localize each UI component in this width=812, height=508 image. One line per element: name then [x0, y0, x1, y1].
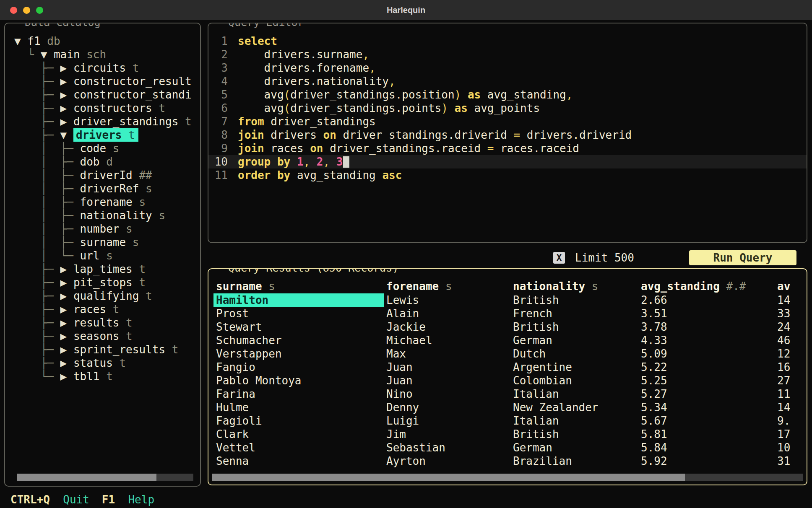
table-cell[interactable]: Verstappen — [213, 347, 384, 360]
table-cell[interactable]: 14 — [775, 401, 807, 414]
code-line-8[interactable]: 8join drivers on driver_standings.driver… — [208, 128, 807, 142]
table-cell[interactable]: 5.67 — [638, 414, 775, 428]
scrollbar-handle[interactable] — [212, 474, 685, 481]
table-cell[interactable]: 3.51 — [638, 307, 775, 320]
tree-item-tbl1[interactable]: └─ ▶ tbl1 t — [14, 370, 200, 383]
column-header-surname[interactable]: surname s — [213, 279, 384, 293]
table-row[interactable]: ProstAlainFrench3.5133 — [208, 307, 807, 320]
column-header-avg_standing[interactable]: avg_standing #.# — [638, 279, 775, 293]
tree-item-status[interactable]: ├─ ▶ status t — [14, 356, 200, 370]
table-cell[interactable]: 5.27 — [638, 387, 775, 401]
table-cell[interactable]: 16 — [775, 360, 807, 374]
run-query-button[interactable]: Run Query — [689, 250, 796, 265]
table-cell[interactable]: Michael — [384, 334, 510, 347]
table-cell[interactable]: 5.81 — [638, 428, 775, 441]
table-cell[interactable]: Italian — [510, 414, 638, 428]
tree-item-url[interactable]: │ └─ url s — [14, 249, 200, 262]
tree-item-pit_stops[interactable]: ├─ ▶ pit_stops t — [14, 276, 200, 289]
code-line-5[interactable]: 5 avg(driver_standings.position) as avg_… — [208, 88, 807, 101]
limit-checkbox[interactable]: X — [553, 252, 565, 264]
tree-item-nationality[interactable]: │ ├─ nationality s — [14, 209, 200, 222]
tree-item-constructor_result[interactable]: ├─ ▶ constructor_result — [14, 75, 200, 88]
tree-item-surname[interactable]: │ ├─ surname s — [14, 236, 200, 249]
code-line-2[interactable]: 2 drivers.surname, — [208, 48, 807, 61]
table-cell[interactable]: Brazilian — [510, 454, 638, 468]
results-horizontal-scrollbar[interactable] — [212, 474, 803, 481]
table-row[interactable]: HamiltonLewisBritish2.6614 — [208, 293, 807, 307]
table-row[interactable]: FarinaNinoItalian5.2711 — [208, 387, 807, 401]
table-cell[interactable]: Lewis — [384, 293, 510, 307]
table-cell[interactable]: 10 — [775, 441, 807, 454]
tree-item-code[interactable]: │ ├─ code s — [14, 142, 200, 155]
table-cell[interactable]: German — [510, 441, 638, 454]
table-cell[interactable]: Clark — [213, 428, 384, 441]
tree-item-driver_standings[interactable]: ├─ ▶ driver_standings t — [14, 115, 200, 128]
table-cell[interactable]: Stewart — [213, 320, 384, 334]
code-line-1[interactable]: 1select — [208, 34, 807, 48]
tree-item-races[interactable]: ├─ ▶ races t — [14, 303, 200, 316]
code-line-7[interactable]: 7from driver_standings — [208, 115, 807, 128]
code-area[interactable]: 1select2 drivers.surname,3 drivers.foren… — [208, 23, 807, 182]
tree-item-forename[interactable]: │ ├─ forename s — [14, 195, 200, 209]
column-header-forename[interactable]: forename s — [384, 279, 510, 293]
table-cell[interactable]: 24 — [775, 320, 807, 334]
table-cell[interactable]: British — [510, 293, 638, 307]
table-cell[interactable]: Vettel — [213, 441, 384, 454]
table-row[interactable]: SennaAyrtonBrazilian5.9231 — [208, 454, 807, 468]
table-cell[interactable]: Colombian — [510, 374, 638, 387]
table-cell[interactable]: New Zealander — [510, 401, 638, 414]
table-cell[interactable]: Fagioli — [213, 414, 384, 428]
tree-item-driverRef[interactable]: │ ├─ driverRef s — [14, 182, 200, 195]
table-cell[interactable]: 4.33 — [638, 334, 775, 347]
zoom-button[interactable] — [36, 7, 43, 14]
table-cell[interactable]: 17 — [775, 428, 807, 441]
catalog-horizontal-scrollbar[interactable] — [17, 474, 193, 481]
table-cell[interactable]: German — [510, 334, 638, 347]
table-cell[interactable]: British — [510, 428, 638, 441]
table-cell[interactable]: Senna — [213, 454, 384, 468]
code-line-6[interactable]: 6 avg(driver_standings.points) as avg_po… — [208, 101, 807, 115]
column-header-nationality[interactable]: nationality s — [510, 279, 638, 293]
table-cell[interactable]: 2.66 — [638, 293, 775, 307]
tree-item-qualifying[interactable]: ├─ ▶ qualifying t — [14, 289, 200, 303]
tree-item-constructor_standi[interactable]: ├─ ▶ constructor_standi — [14, 88, 200, 101]
table-cell[interactable]: Prost — [213, 307, 384, 320]
tree-item-lap_times[interactable]: ├─ ▶ lap_times t — [14, 262, 200, 276]
close-button[interactable] — [10, 7, 17, 14]
table-cell[interactable]: Juan — [384, 360, 510, 374]
scrollbar-handle[interactable] — [17, 474, 156, 481]
column-header-av[interactable]: av — [775, 279, 807, 293]
table-cell[interactable]: 3.78 — [638, 320, 775, 334]
table-cell[interactable]: Alain — [384, 307, 510, 320]
table-cell[interactable]: Luigi — [384, 414, 510, 428]
table-cell[interactable]: 27 — [775, 374, 807, 387]
table-cell[interactable]: 12 — [775, 347, 807, 360]
minimize-button[interactable] — [23, 7, 30, 14]
code-line-4[interactable]: 4 drivers.nationality, — [208, 75, 807, 88]
table-row[interactable]: ClarkJimBritish5.8117 — [208, 428, 807, 441]
tree-item-constructors[interactable]: ├─ ▶ constructors t — [14, 101, 200, 115]
table-cell[interactable]: Farina — [213, 387, 384, 401]
table-row[interactable]: VerstappenMaxDutch5.0912 — [208, 347, 807, 360]
table-cell[interactable]: Sebastian — [384, 441, 510, 454]
code-line-10[interactable]: 10group by 1, 2, 3 — [208, 155, 807, 168]
table-row[interactable]: Pablo MontoyaJuanColombian5.2527 — [208, 374, 807, 387]
table-cell[interactable]: Dutch — [510, 347, 638, 360]
footer-binding-help[interactable]: F1 Help — [102, 493, 154, 506]
table-cell[interactable]: Ayrton — [384, 454, 510, 468]
table-cell[interactable]: 5.34 — [638, 401, 775, 414]
table-cell[interactable]: Denny — [384, 401, 510, 414]
table-cell[interactable]: French — [510, 307, 638, 320]
tree-item-results[interactable]: ├─ ▶ results t — [14, 316, 200, 329]
tree-item-sprint_results[interactable]: ├─ ▶ sprint_results t — [14, 343, 200, 356]
table-cell[interactable]: Hulme — [213, 401, 384, 414]
table-row[interactable]: HulmeDennyNew Zealander5.3414 — [208, 401, 807, 414]
table-cell[interactable]: 9. — [775, 414, 807, 428]
tree-item-seasons[interactable]: ├─ ▶ seasons t — [14, 329, 200, 343]
tree-item-dob[interactable]: │ ├─ dob d — [14, 155, 200, 168]
table-cell[interactable]: Argentine — [510, 360, 638, 374]
tree-item-main[interactable]: └ ▼ main sch — [14, 48, 200, 61]
table-cell[interactable]: Italian — [510, 387, 638, 401]
tree-item-driverId[interactable]: │ ├─ driverId ## — [14, 168, 200, 182]
code-line-3[interactable]: 3 drivers.forename, — [208, 61, 807, 75]
